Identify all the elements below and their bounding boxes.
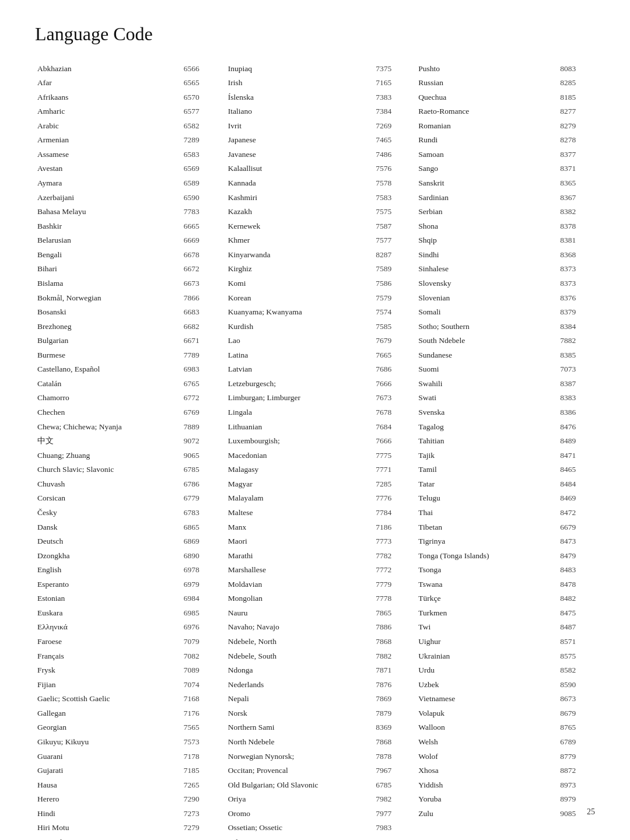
list-item: Corsican6779 [35,491,214,506]
list-item: Italiano7384 [226,104,405,119]
list-item: North Ndebele7868 [226,734,405,749]
list-item: Íslenska7383 [226,90,405,104]
list-item: Uighur8571 [416,635,595,649]
list-item: Welsh6789 [416,734,595,749]
list-item: Nepali7869 [226,692,405,706]
list-item: Luxembourgish;7666 [226,434,405,449]
list-item: Marathi7782 [226,548,405,563]
list-item: Belarusian6669 [35,233,214,248]
list-item: Ossetian; Ossetic7983 [226,821,405,835]
list-item: Chuvash6786 [35,477,214,491]
list-item: Gaelic; Scottish Gaelic7168 [35,692,214,706]
list-item: South Ndebele7882 [416,334,595,348]
list-item: Tigrinya8473 [416,534,595,549]
list-item: Samoan8377 [416,147,595,162]
column-1: Abkhazian6566Afar6565Afrikaans6570Amhari… [35,61,220,840]
list-item: Georgian7565 [35,720,214,735]
list-item: Pali8073 [226,835,405,840]
list-item: Chechen6769 [35,405,214,420]
list-item: Ndebele, North7868 [226,635,405,649]
list-item: Sinhalese8373 [416,262,595,276]
list-item: Suomi7073 [416,362,595,377]
list-item: Gujarati7185 [35,764,214,778]
list-item: Dansk6865 [35,520,214,534]
list-item: Quechua8185 [416,90,595,104]
list-item: Amharic6577 [35,104,214,119]
list-item: Pushto8083 [416,61,595,76]
list-item: Catalán6765 [35,376,214,391]
list-item: Česky6783 [35,505,214,520]
list-item: Shqip8381 [416,233,595,248]
list-item: Maltese7784 [226,505,405,520]
list-item: Kinyarwanda8287 [226,247,405,262]
list-item: Inupiaq7375 [226,61,405,76]
list-item: Uzbek8590 [416,677,595,692]
column-2: Inupiaq7375Irish7165Íslenska7383Italiano… [220,61,411,840]
list-item: Bokmål, Norwegian7866 [35,290,214,305]
list-item: Sango8371 [416,162,595,176]
lang-table-3: Pushto8083Russian8285Quechua8185Raeto-Ro… [416,61,595,821]
list-item: Afar6565 [35,76,214,90]
list-item: Sindhi8368 [416,247,595,262]
list-item: Esperanto6979 [35,577,214,592]
list-item: Swahili8387 [416,376,595,391]
list-item: Korean7579 [226,290,405,305]
list-item: Bislama6673 [35,276,214,290]
list-item: Russian8285 [416,76,595,90]
list-item: Occitan; Provencal7967 [226,764,405,778]
list-item: Javanese7486 [226,147,405,162]
list-item: Irish7165 [226,76,405,90]
list-item: Chuang; Zhuang9065 [35,448,214,463]
list-item: Ukrainian8575 [416,649,595,663]
list-item: Khmer7577 [226,233,405,248]
list-item: Twi8487 [416,620,595,635]
list-item: Ndonga7871 [226,663,405,678]
list-item: Faroese7079 [35,635,214,649]
list-item: Bihari6672 [35,262,214,276]
list-item: Kernewek7587 [226,219,405,233]
list-item: Zulu9085 [416,806,595,821]
list-item: Telugu8469 [416,491,595,506]
list-item: Swati8383 [416,391,595,405]
list-item: Guarani7178 [35,749,214,764]
lang-table-1: Abkhazian6566Afar6565Afrikaans6570Amhari… [35,61,214,840]
list-item: Hindi7273 [35,806,214,821]
list-item: Abkhazian6566 [35,61,214,76]
list-item: Bahasa Melayu7783 [35,205,214,219]
list-item: Lingala7678 [226,405,405,420]
list-item: Frysk7089 [35,663,214,678]
list-item: Thai8472 [416,505,595,520]
list-item: Navaho; Navajo7886 [226,620,405,635]
list-item: Brezhoneg6682 [35,319,214,334]
list-item: Manx7186 [226,520,405,534]
list-item: Rundi8278 [416,133,595,148]
lang-table-2: Inupiaq7375Irish7165Íslenska7383Italiano… [226,61,405,840]
list-item: Oromo7977 [226,806,405,821]
list-item: Magyar7285 [226,477,405,491]
list-item: Bosanski6683 [35,305,214,320]
list-item: Vietnamese8673 [416,692,595,706]
list-item: Kurdish7585 [226,319,405,334]
list-item: Northern Sami8369 [226,720,405,735]
list-item: Armenian7289 [35,133,214,148]
list-item: Tibetan6679 [416,520,595,534]
list-item: Lithuanian7684 [226,419,405,434]
list-item: Limburgan; Limburger7673 [226,391,405,405]
list-item: Serbian8382 [416,205,595,219]
list-item: Aymara6589 [35,176,214,191]
list-item: Tatar8484 [416,477,595,491]
list-item: Xhosa8872 [416,764,595,778]
list-item: Castellano, Español6983 [35,362,214,377]
list-item: Svenska8386 [416,405,595,420]
page-number: 25 [587,807,595,817]
list-item: Ivrit7269 [226,118,405,133]
list-item: Tonga (Tonga Islands)8479 [416,548,595,563]
list-item: Turkmen8475 [416,606,595,620]
list-item: Azerbaijani6590 [35,190,214,205]
list-item: Raeto-Romance8277 [416,104,595,119]
list-item: Slovensky8373 [416,276,595,290]
list-item: Tahitian8489 [416,434,595,449]
list-item: Estonian6984 [35,592,214,606]
list-item: Kashmiri7583 [226,190,405,205]
list-item: Norsk7879 [226,706,405,720]
